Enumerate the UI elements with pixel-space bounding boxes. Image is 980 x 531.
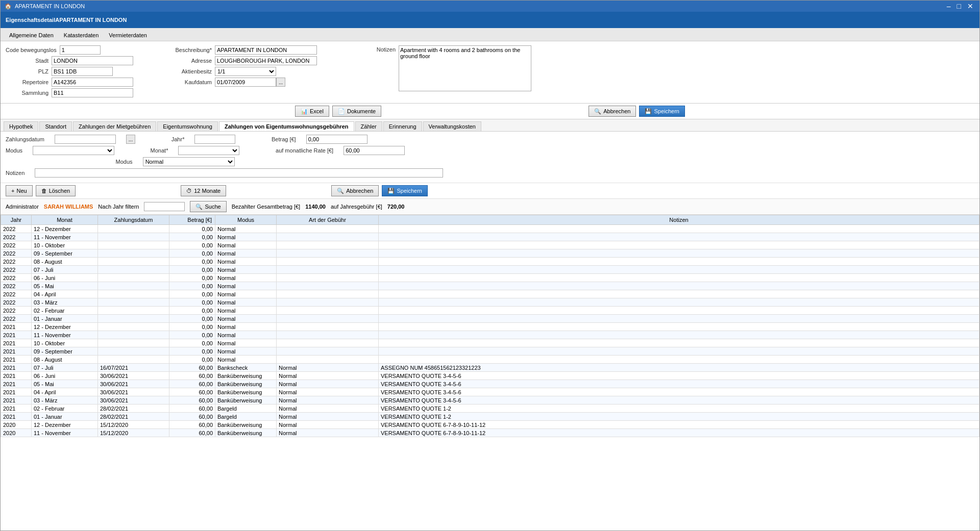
speichern-button[interactable]: 💾 Speichern [639, 106, 685, 117]
table-row[interactable]: 2021 02 - Februar 28/02/2021 60,00 Barge… [1, 404, 979, 413]
cell-betrag: 0,00 [169, 266, 215, 274]
tab-katasterdaten[interactable]: Katasterdaten [59, 30, 104, 41]
tab-eigentumswohnung[interactable]: Eigentumswohnung [157, 121, 218, 131]
table-row[interactable]: 2020 11 - November 15/12/2020 60,00 Bank… [1, 429, 979, 437]
sub-tabs: Hypothek Standort Zahlungen der Mietgebü… [1, 119, 979, 132]
kaufdatum-picker-button[interactable]: ... [276, 78, 285, 87]
admin-label: Administrator [6, 204, 39, 210]
table-row[interactable]: 2020 12 - Dezember 15/12/2020 60,00 Bank… [1, 421, 979, 429]
notizen-textarea[interactable]: Apartment with 4 rooms and 2 bathrooms o… [399, 45, 531, 91]
table-row[interactable]: 2022 01 - Januar 0,00 Normal [1, 315, 979, 323]
table-row[interactable]: 2021 05 - Mai 30/06/2021 60,00 Banküberw… [1, 380, 979, 388]
tab-hypothek[interactable]: Hypothek [4, 121, 38, 131]
cell-notizen [379, 225, 979, 233]
field-row-repertoire: Repertoire [6, 78, 159, 87]
tab-vermieterdaten[interactable]: Vermieterdaten [104, 30, 152, 41]
table-row[interactable]: 2022 05 - Mai 0,00 Normal [1, 282, 979, 290]
cell-monat: 07 - Juli [32, 364, 98, 372]
cell-jahr: 2022 [1, 315, 32, 323]
jahr-input[interactable] [194, 135, 235, 144]
table-row[interactable]: 2021 07 - Juli 16/07/2021 60,00 Banksche… [1, 364, 979, 372]
loeschen-button[interactable]: 🗑 Löschen [36, 185, 76, 196]
zahlungsdatum-input[interactable] [55, 135, 116, 144]
maximize-button[interactable]: □ [955, 3, 963, 10]
zahlungsdatum-picker[interactable]: ... [126, 135, 135, 144]
cell-datum: 15/12/2020 [98, 421, 169, 429]
table-row[interactable]: 2022 06 - Juni 0,00 Normal [1, 274, 979, 282]
table-row[interactable]: 2021 01 - Januar 28/02/2021 60,00 Bargel… [1, 413, 979, 421]
speichern2-button[interactable]: 💾 Speichern [382, 185, 428, 196]
cell-monat: 01 - Januar [32, 315, 98, 323]
table-row[interactable]: 2022 04 - April 0,00 Normal [1, 290, 979, 298]
cell-jahr: 2021 [1, 339, 32, 347]
cell-betrag: 60,00 [169, 364, 215, 372]
twelve-monate-button[interactable]: ⏱ 12 Monate [181, 185, 226, 196]
col-jahr: Jahr [1, 215, 32, 225]
kaufdatum-input[interactable] [215, 78, 276, 87]
table-row[interactable]: 2021 11 - November 0,00 Normal [1, 331, 979, 339]
repertoire-input[interactable] [52, 78, 133, 87]
year-filter-input[interactable] [144, 202, 185, 211]
table-row[interactable]: 2021 04 - April 30/06/2021 60,00 Bankübe… [1, 388, 979, 396]
neu-button[interactable]: + Neu [6, 185, 33, 196]
tab-zaehler[interactable]: Zähler [355, 121, 382, 131]
cell-jahr: 2021 [1, 372, 32, 380]
table-row[interactable]: 2022 03 - März 0,00 Normal [1, 298, 979, 307]
cell-datum: 30/06/2021 [98, 380, 169, 388]
table-row[interactable]: 2022 09 - September 0,00 Normal [1, 249, 979, 258]
adresse-input[interactable] [215, 56, 317, 65]
code-input[interactable] [60, 45, 101, 55]
cell-monat: 11 - November [32, 429, 98, 437]
cell-betrag: 60,00 [169, 372, 215, 380]
minimize-button[interactable]: – [945, 3, 953, 10]
rate-input[interactable] [344, 146, 405, 155]
tab-erinnerung[interactable]: Erinnerung [383, 121, 422, 131]
notizen-pf-input[interactable] [35, 168, 443, 178]
tab-zahlungen-miete[interactable]: Zahlungen der Mietgebühren [73, 121, 156, 131]
cell-betrag: 0,00 [169, 356, 215, 364]
cell-monat: 09 - September [32, 347, 98, 356]
cell-monat: 10 - Oktober [32, 339, 98, 347]
table-row[interactable]: 2022 11 - November 0,00 Normal [1, 233, 979, 241]
aktienbesitz-select[interactable]: 1/1 [215, 67, 276, 76]
table-row[interactable]: 2021 03 - März 30/06/2021 60,00 Banküber… [1, 396, 979, 404]
monat-select[interactable] [178, 146, 239, 155]
betrag-input[interactable] [306, 135, 368, 144]
window-title: APARTAMENT IN LONDON [15, 3, 85, 9]
table-row[interactable]: 2022 12 - Dezember 0,00 Normal [1, 225, 979, 233]
cell-art [277, 266, 379, 274]
cell-notizen [379, 356, 979, 364]
beschreibung-input[interactable] [215, 45, 317, 55]
tab-zahlungen-eigen[interactable]: Zahlungen von Eigentumswohnungsgebühren [219, 121, 354, 131]
close-button[interactable]: ✕ [965, 3, 975, 10]
table-row[interactable]: 2022 08 - August 0,00 Normal [1, 258, 979, 266]
excel-button[interactable]: 📊 Excel [295, 106, 329, 117]
cell-notizen [379, 290, 979, 298]
abbrechen-button[interactable]: 🔍 Abbrechen [589, 106, 636, 117]
modus2-select[interactable]: Normal [143, 157, 235, 166]
table-row[interactable]: 2022 02 - Februar 0,00 Normal [1, 307, 979, 315]
table-row[interactable]: 2021 08 - August 0,00 Normal [1, 356, 979, 364]
table-row[interactable]: 2021 09 - September 0,00 Normal [1, 347, 979, 356]
table-row[interactable]: 2021 12 - Dezember 0,00 Normal [1, 323, 979, 331]
cell-notizen [379, 282, 979, 290]
tab-standort[interactable]: Standort [39, 121, 72, 131]
field-row-beschreibung: Beschreibung* [169, 45, 342, 55]
dokumente-button[interactable]: 📄 Dokumente [332, 106, 381, 117]
plz-input[interactable] [52, 67, 113, 76]
table-row[interactable]: 2021 10 - Oktober 0,00 Normal [1, 339, 979, 347]
table-row[interactable]: 2022 07 - Juli 0,00 Normal [1, 266, 979, 274]
abbrechen2-button[interactable]: 🔍 Abbrechen [331, 185, 379, 196]
stadt-input[interactable] [52, 56, 133, 65]
table-row[interactable]: 2021 06 - Juni 30/06/2021 60,00 Banküber… [1, 372, 979, 380]
tab-verwaltungskosten[interactable]: Verwaltungskosten [423, 121, 481, 131]
sammlung-input[interactable] [52, 88, 133, 97]
cell-datum [98, 347, 169, 356]
tab-allgemeine-daten[interactable]: Allgemeine Daten [5, 30, 58, 41]
cell-betrag: 0,00 [169, 331, 215, 339]
modus-select[interactable] [33, 146, 114, 155]
suche-button[interactable]: 🔍 Suche [190, 201, 226, 212]
admin-name: SARAH WILLIAMS [44, 204, 93, 210]
cell-art [277, 258, 379, 266]
table-row[interactable]: 2022 10 - Oktober 0,00 Normal [1, 241, 979, 249]
